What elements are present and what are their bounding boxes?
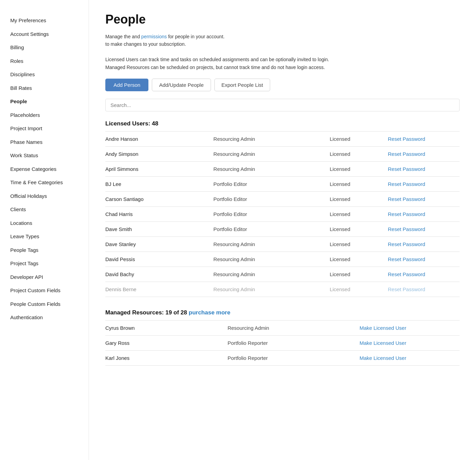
user-type: Licensed xyxy=(326,267,384,282)
resource-name: Karl Jones xyxy=(105,350,224,365)
user-name: David Bachy xyxy=(105,267,210,282)
reset-password-link[interactable]: Reset Password xyxy=(384,131,460,146)
table-row: Karl Jones Portfolio Reporter Make Licen… xyxy=(105,350,460,365)
user-role: Resourcing Admin xyxy=(210,236,326,252)
table-row: Dave Smith Portfolio Editor Licensed Res… xyxy=(105,221,460,236)
page-title: People xyxy=(105,12,460,27)
resource-name: Gary Ross xyxy=(105,335,224,350)
licensed-users-table: Andre Hanson Resourcing Admin Licensed R… xyxy=(105,131,460,297)
user-type: Licensed xyxy=(326,236,384,252)
resource-name: Cyrus Brown xyxy=(105,320,224,335)
search-input[interactable] xyxy=(105,99,460,111)
export-button[interactable]: Export People List xyxy=(214,79,270,91)
sidebar-item-authentication[interactable]: Authentication xyxy=(10,311,89,324)
user-name: Dave Stanley xyxy=(105,236,210,252)
reset-password-link[interactable]: Reset Password xyxy=(384,191,460,206)
desc-line2: to make changes to your subscription. xyxy=(105,41,186,47)
table-row: April Simmons Resourcing Admin Licensed … xyxy=(105,161,460,176)
table-row: David Pessis Resourcing Admin Licensed R… xyxy=(105,252,460,267)
managed-resources-table: Cyrus Brown Resourcing Admin Make Licens… xyxy=(105,320,460,366)
user-type: Licensed xyxy=(326,176,384,191)
sidebar-item-project-import[interactable]: Project Import xyxy=(10,122,89,135)
sidebar-item-phase-names[interactable]: Phase Names xyxy=(10,135,89,149)
sidebar-item-roles[interactable]: Roles xyxy=(10,54,89,68)
desc-part1: Manage the and xyxy=(105,34,141,39)
page-description: Manage the and permissions for people in… xyxy=(105,33,460,71)
main-content: People Manage the and permissions for pe… xyxy=(89,0,476,460)
sidebar-item-project-custom-fields[interactable]: Project Custom Fields xyxy=(10,284,89,297)
table-row: Dave Stanley Resourcing Admin Licensed R… xyxy=(105,236,460,252)
user-name: BJ Lee xyxy=(105,176,210,191)
table-row: Gary Ross Portfolio Reporter Make Licens… xyxy=(105,335,460,350)
sidebar-item-account-settings[interactable]: Account Settings xyxy=(10,27,89,41)
user-type: Licensed xyxy=(326,146,384,161)
reset-password-link[interactable]: Reset Password xyxy=(384,176,460,191)
permissions-link[interactable]: permissions xyxy=(141,34,167,39)
user-name: Dennis Berne xyxy=(105,282,210,297)
user-type: Licensed xyxy=(326,191,384,206)
sidebar-item-time-fee-categories[interactable]: Time & Fee Categories xyxy=(10,176,89,189)
desc-part2: for people in your account. xyxy=(167,34,225,39)
sidebar-item-bill-rates[interactable]: Bill Rates xyxy=(10,81,89,95)
table-row: Cyrus Brown Resourcing Admin Make Licens… xyxy=(105,320,460,335)
user-name: Dave Smith xyxy=(105,221,210,236)
user-role: Portfolio Editor xyxy=(210,206,326,221)
user-role: Resourcing Admin xyxy=(210,161,326,176)
user-name: Chad Harris xyxy=(105,206,210,221)
reset-password-link[interactable]: Reset Password xyxy=(384,252,460,267)
sidebar-item-clients[interactable]: Clients xyxy=(10,203,89,216)
make-licensed-link[interactable]: Make Licensed User xyxy=(356,350,460,365)
reset-password-link[interactable]: Reset Password xyxy=(384,146,460,161)
sidebar-item-my-preferences[interactable]: My Preferences xyxy=(10,14,89,27)
action-buttons: Add Person Add/Update People Export Peop… xyxy=(105,79,460,91)
sidebar-item-expense-categories[interactable]: Expense Categories xyxy=(10,162,89,176)
table-row: Andre Hanson Resourcing Admin Licensed R… xyxy=(105,131,460,146)
table-row: Carson Santiago Portfolio Editor License… xyxy=(105,191,460,206)
reset-password-link[interactable]: Reset Password xyxy=(384,161,460,176)
user-name: Andre Hanson xyxy=(105,131,210,146)
user-type: Licensed xyxy=(326,161,384,176)
reset-password-link[interactable]: Reset Password xyxy=(384,206,460,221)
sidebar-item-placeholders[interactable]: Placeholders xyxy=(10,108,89,122)
user-type: Licensed xyxy=(326,282,384,297)
sidebar-item-people[interactable]: People xyxy=(10,95,89,108)
licensed-section-header: Licensed Users: 48 xyxy=(105,120,460,127)
sidebar-item-people-tags[interactable]: People Tags xyxy=(10,243,89,257)
add-person-button[interactable]: Add Person xyxy=(105,79,148,91)
reset-password-link[interactable]: Reset Password xyxy=(384,236,460,252)
resource-role: Portfolio Reporter xyxy=(224,350,356,365)
table-row: David Bachy Resourcing Admin Licensed Re… xyxy=(105,267,460,282)
table-row: Chad Harris Portfolio Editor Licensed Re… xyxy=(105,206,460,221)
user-role: Resourcing Admin xyxy=(210,282,326,297)
resource-role: Resourcing Admin xyxy=(224,320,356,335)
sidebar-item-official-holidays[interactable]: Official Holidays xyxy=(10,189,89,203)
make-licensed-link[interactable]: Make Licensed User xyxy=(356,335,460,350)
sidebar-item-people-custom-fields[interactable]: People Custom Fields xyxy=(10,297,89,311)
sidebar-item-leave-types[interactable]: Leave Types xyxy=(10,230,89,243)
add-update-button[interactable]: Add/Update People xyxy=(152,79,211,91)
sidebar-item-billing[interactable]: Billing xyxy=(10,41,89,54)
reset-password-link[interactable]: Reset Password xyxy=(384,282,460,297)
reset-password-link[interactable]: Reset Password xyxy=(384,267,460,282)
purchase-more-link[interactable]: purchase more xyxy=(189,309,230,316)
sidebar-item-project-tags[interactable]: Project Tags xyxy=(10,257,89,270)
sidebar-item-disciplines[interactable]: Disciplines xyxy=(10,68,89,81)
user-name: Carson Santiago xyxy=(105,191,210,206)
user-role: Resourcing Admin xyxy=(210,267,326,282)
licensed-desc: Licensed Users can track time and tasks … xyxy=(105,57,329,62)
sidebar: My PreferencesAccount SettingsBillingRol… xyxy=(0,0,89,460)
reset-password-link[interactable]: Reset Password xyxy=(384,221,460,236)
table-row: Dennis Berne Resourcing Admin Licensed R… xyxy=(105,282,460,297)
user-name: April Simmons xyxy=(105,161,210,176)
user-type: Licensed xyxy=(326,252,384,267)
sidebar-item-locations[interactable]: Locations xyxy=(10,216,89,230)
sidebar-item-developer-api[interactable]: Developer API xyxy=(10,270,89,284)
user-type: Licensed xyxy=(326,221,384,236)
managed-section-header: Managed Resources: 19 of 28 purchase mor… xyxy=(105,309,460,316)
table-row: BJ Lee Portfolio Editor Licensed Reset P… xyxy=(105,176,460,191)
make-licensed-link[interactable]: Make Licensed User xyxy=(356,320,460,335)
user-role: Resourcing Admin xyxy=(210,131,326,146)
managed-desc: Managed Resources can be scheduled on pr… xyxy=(105,65,325,70)
sidebar-item-work-status[interactable]: Work Status xyxy=(10,149,89,162)
user-role: Portfolio Editor xyxy=(210,221,326,236)
